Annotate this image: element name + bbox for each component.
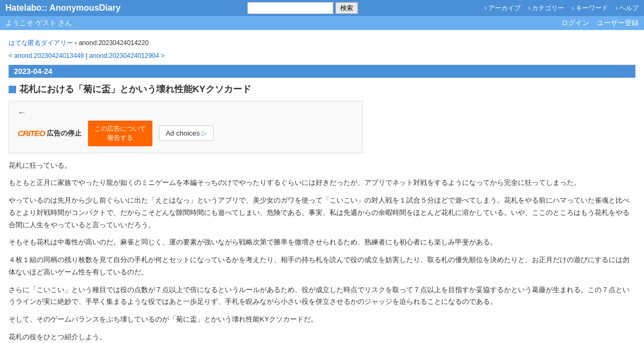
prev-entry-link[interactable]: < anond:20230424013449 <box>9 52 84 59</box>
article-body: 花札に狂っている。 もともと正月に家族でやったり龍が如くのミニゲームを本編そっち… <box>9 160 635 343</box>
nav-keyword[interactable]: › キーワード <box>572 4 608 13</box>
ad-controls-row: CRITEO 広告の停止 この広告について 報告する Ad choices ▷ <box>18 121 354 146</box>
paragraph-7: 花札の役をひとつ紹介しよう。 <box>9 331 635 343</box>
breadcrumb-current: anond:20230424014220 <box>79 39 149 47</box>
ad-choices-play-icon: ▷ <box>202 130 207 137</box>
ad-criteo-label: CRITEO 広告の停止 <box>18 129 82 138</box>
title-icon <box>9 86 16 93</box>
search-form: 検索 <box>247 2 358 14</box>
criteo-logo: CRITEO <box>18 129 45 138</box>
title-text: 花札における「菊に盃」とかいう壊れ性能KYクソカード <box>19 83 251 95</box>
breadcrumb-site[interactable]: はてな匿名ダイアリー <box>9 39 73 47</box>
next-entry-link[interactable]: anond:20230424012904 > <box>89 52 164 59</box>
paragraph-0: 花札に狂っている。 <box>9 160 635 172</box>
nav-category[interactable]: › カテゴリー <box>528 4 564 13</box>
paragraph-3: そもそも花札は中毒性が高いのだ。麻雀と同じく、運の要素が強いながら戦略次第で勝率… <box>9 236 635 249</box>
article-title: 花札における「菊に盃」とかいう壊れ性能KYクソカード <box>9 83 635 95</box>
ad-choices-button[interactable]: Ad choices ▷ <box>159 125 214 141</box>
paragraph-5: さらに「こいこい」という種目では役の点数が７点以上で倍になるというルールがあるた… <box>9 284 635 309</box>
breadcrumb-separator: › <box>75 39 78 47</box>
ad-report-button[interactable]: この広告について 報告する <box>88 121 152 146</box>
ad-box: ← CRITEO 広告の停止 この広告について 報告する Ad choices … <box>9 101 363 153</box>
paragraph-4: ４枚１組の同柄の残り枚数を見て自分の手札が何とセットになっているかを考えたり、相… <box>9 254 635 279</box>
ad-stop-label: 広告の停止 <box>47 129 82 138</box>
date-banner: 2023-04-24 <box>9 65 635 78</box>
register-link[interactable]: ユーザー登録 <box>597 18 639 28</box>
nav-help[interactable]: › ヘルプ <box>616 4 639 13</box>
ad-choices-label: Ad choices <box>166 129 200 137</box>
auth-links: ログイン ユーザー登録 <box>561 18 639 28</box>
welcome-text: ようこそ ゲスト さん <box>5 18 72 28</box>
paragraph-2: やっているのは先月から少し前ぐらいに出た「えとはなっ」というアプリで、美少女のガ… <box>9 195 635 231</box>
breadcrumb: はてな匿名ダイアリー › anond:20230424014220 <box>9 39 635 48</box>
sub-header: ようこそ ゲスト さん ログイン ユーザー登録 <box>0 16 644 30</box>
paragraph-1: もともと正月に家族でやったり龍が如くのミニゲームを本編そっちのけでやったりするぐ… <box>9 177 635 189</box>
search-button[interactable]: 検索 <box>335 2 358 14</box>
entry-nav: < anond:20230424013449 | anond:202304240… <box>9 52 635 59</box>
ad-back-icon[interactable]: ← <box>18 108 26 117</box>
ad-back-row: ← <box>18 108 354 117</box>
search-input[interactable] <box>247 2 333 14</box>
nav-archive[interactable]: › アーカイブ <box>485 4 521 13</box>
paragraph-6: そして、そのゲームバランスをぶち壊しているのが「菊に盃」とかいう壊れ性能KYクソ… <box>9 314 635 326</box>
header: Hatelabo:: AnonymousDiary 検索 › アーカイブ › カ… <box>0 0 644 16</box>
login-link[interactable]: ログイン <box>561 18 589 28</box>
site-title[interactable]: Hatelabo:: AnonymousDiary <box>5 3 121 13</box>
main-content: はてな匿名ダイアリー › anond:20230424014220 < anon… <box>0 30 644 343</box>
header-nav: › アーカイブ › カテゴリー › キーワード › ヘルプ <box>485 4 639 13</box>
